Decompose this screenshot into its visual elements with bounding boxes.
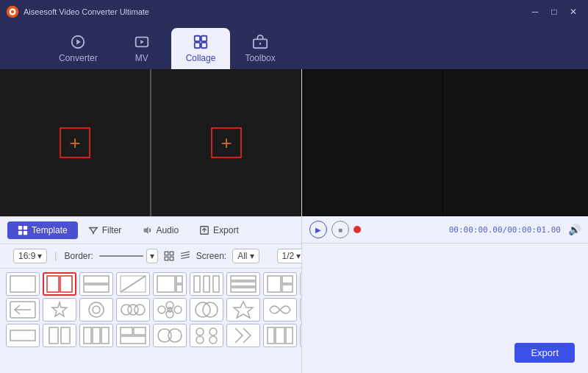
tab-toolbox[interactable]: Toolbox — [230, 28, 290, 69]
play-button[interactable]: ▶ — [309, 221, 327, 238]
tab-toolbox-label: Toolbox — [245, 53, 275, 63]
toolbar-divider-1: | — [54, 251, 57, 261]
tab-filter[interactable]: Filter — [78, 221, 132, 239]
svg-rect-48 — [231, 288, 256, 292]
svg-point-115 — [209, 336, 217, 344]
svg-rect-24 — [170, 252, 173, 255]
add-video-1-button[interactable]: + — [60, 127, 90, 158]
tab-converter[interactable]: Converter — [44, 28, 112, 69]
template-6[interactable] — [190, 272, 223, 296]
plus-icon-1: + — [69, 133, 80, 152]
svg-rect-104 — [84, 327, 91, 344]
svg-rect-45 — [213, 276, 219, 292]
add-video-2-button[interactable]: + — [211, 127, 242, 158]
svg-rect-37 — [84, 285, 109, 292]
template-r3-7[interactable] — [226, 324, 260, 347]
toolbar-row: 16:9 ▾ | Border: ▾ — [0, 244, 301, 269]
tab-template[interactable]: Template — [7, 221, 78, 239]
bottom-panel: Template Filter Audio — [0, 216, 301, 373]
video-cell-2[interactable]: + — [151, 69, 301, 216]
svg-rect-25 — [165, 257, 168, 260]
screen-select[interactable]: All ▾ — [232, 249, 259, 263]
template-r2-2[interactable] — [43, 298, 76, 322]
maximize-button[interactable]: □ — [545, 4, 563, 19]
minimize-button[interactable]: ─ — [526, 4, 544, 19]
svg-point-2 — [11, 10, 15, 14]
svg-point-110 — [158, 329, 171, 342]
template-r2-1[interactable] — [6, 298, 40, 322]
template-r2-6[interactable] — [190, 298, 223, 322]
template-5[interactable] — [153, 272, 187, 296]
stripe-icon-btn[interactable] — [180, 248, 190, 264]
tab-template-label: Template — [32, 225, 68, 235]
template-r2-8[interactable] — [263, 298, 297, 322]
tab-filter-label: Filter — [102, 225, 122, 235]
template-4[interactable] — [116, 272, 150, 296]
svg-line-29 — [181, 257, 190, 258]
grid-icon-btn[interactable] — [164, 248, 174, 264]
template-2[interactable] — [43, 272, 76, 296]
template-3[interactable] — [79, 272, 113, 296]
svg-point-70 — [93, 306, 100, 313]
template-8[interactable] — [263, 272, 297, 296]
svg-point-114 — [196, 336, 204, 344]
svg-marker-68 — [52, 302, 67, 316]
border-dropdown[interactable]: ▾ — [146, 249, 158, 263]
volume-icon[interactable]: 🔊 — [568, 224, 581, 235]
nav-tabs: Converter MV Collage Toolbox — [0, 24, 588, 69]
app-title: Aiseesoft Video Converter Ultimate — [24, 7, 149, 16]
template-r3-8[interactable] — [263, 324, 297, 347]
tab-converter-label: Converter — [59, 53, 98, 63]
page-chevron: ▾ — [296, 251, 301, 261]
template-r3-2[interactable] — [43, 324, 76, 347]
export-button[interactable]: Export — [514, 343, 575, 363]
stop-button[interactable]: ■ — [331, 221, 349, 238]
svg-rect-47 — [231, 282, 256, 286]
svg-marker-17 — [144, 227, 148, 235]
svg-point-75 — [174, 306, 182, 313]
svg-rect-117 — [276, 327, 284, 344]
screen-chevron: ▾ — [250, 251, 254, 261]
title-bar: Aiseesoft Video Converter Ultimate ─ □ ✕ — [0, 0, 588, 24]
template-r3-5[interactable] — [153, 324, 187, 347]
template-r3-4[interactable] — [116, 324, 150, 347]
tab-audio[interactable]: Audio — [132, 221, 189, 239]
svg-point-78 — [168, 308, 172, 312]
template-r2-7[interactable] — [226, 298, 260, 322]
template-7[interactable] — [226, 272, 260, 296]
svg-rect-105 — [93, 327, 100, 344]
template-r2-3[interactable] — [79, 298, 113, 322]
tab-export-tab[interactable]: Export — [189, 221, 249, 239]
main-content: + + Template — [0, 69, 588, 373]
video-cell-1[interactable]: + — [0, 69, 150, 216]
template-r3-3[interactable] — [79, 324, 113, 347]
template-icon — [18, 225, 28, 235]
svg-rect-40 — [157, 276, 175, 292]
svg-rect-103 — [61, 327, 70, 344]
template-r3-6[interactable] — [190, 324, 223, 347]
svg-point-111 — [168, 329, 182, 342]
svg-rect-42 — [176, 285, 182, 292]
svg-marker-81 — [234, 302, 253, 318]
svg-rect-118 — [286, 327, 293, 344]
svg-rect-8 — [195, 43, 200, 48]
collage-icon — [193, 34, 209, 50]
preview-area — [302, 69, 588, 216]
svg-line-28 — [181, 255, 190, 256]
export-row: Export — [308, 338, 582, 367]
svg-rect-41 — [176, 276, 182, 283]
screen-label: Screen: — [196, 251, 226, 261]
audio-icon — [142, 225, 152, 235]
template-r2-4[interactable] — [116, 298, 150, 322]
tab-mv[interactable]: MV — [112, 28, 171, 69]
template-r3-1[interactable] — [6, 324, 40, 347]
svg-rect-49 — [268, 276, 281, 292]
left-panel: + + Template — [0, 69, 301, 373]
close-button[interactable]: ✕ — [564, 4, 582, 19]
tab-collage[interactable]: Collage — [171, 28, 231, 69]
template-1[interactable] — [6, 272, 40, 296]
page-value: 1/2 — [282, 251, 295, 261]
template-r2-5[interactable] — [153, 298, 187, 322]
aspect-ratio-select[interactable]: 16:9 ▾ — [13, 249, 47, 263]
svg-rect-6 — [195, 36, 200, 41]
